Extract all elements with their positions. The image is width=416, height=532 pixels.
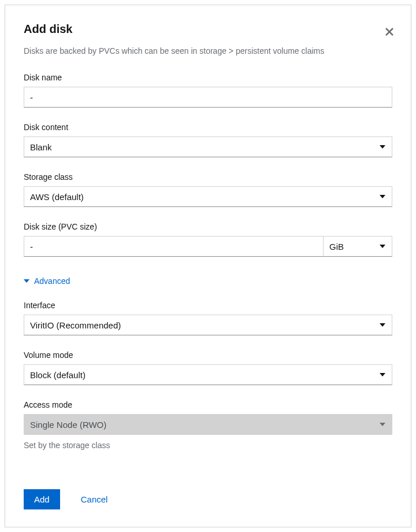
disk-name-input[interactable] [24,87,392,108]
interface-select[interactable]: ViritIO (Recommended) [24,315,392,335]
disk-name-label: Disk name [24,73,392,82]
storage-class-select[interactable]: AWS (default) [24,186,392,207]
access-mode-label: Access mode [24,400,392,409]
add-button[interactable]: Add [24,489,60,509]
cancel-button[interactable]: Cancel [81,494,108,504]
modal-title: Add disk [24,23,392,36]
modal-footer: Add Cancel [24,478,392,509]
disk-size-input[interactable] [24,236,323,257]
chevron-down-icon [24,279,29,283]
add-disk-modal: Add disk Disks are backed by PVCs which … [5,5,411,527]
disk-content-label: Disk content [24,123,392,132]
access-mode-helper: Set by the storage class [24,441,392,450]
disk-content-select[interactable]: Blank [24,136,392,157]
close-icon[interactable] [385,26,393,38]
disk-size-label: Disk size (PVC size) [24,222,392,231]
advanced-label: Advanced [34,276,70,286]
modal-description: Disks are backed by PVCs which can be se… [24,46,392,56]
access-mode-select: Single Node (RWO) [24,414,392,435]
disk-size-unit-select[interactable]: GiB [323,236,392,257]
storage-class-label: Storage class [24,172,392,182]
volume-mode-label: Volume mode [24,350,392,360]
volume-mode-select[interactable]: Block (default) [24,364,392,385]
interface-label: Interface [24,301,392,310]
advanced-toggle[interactable]: Advanced [24,276,392,286]
